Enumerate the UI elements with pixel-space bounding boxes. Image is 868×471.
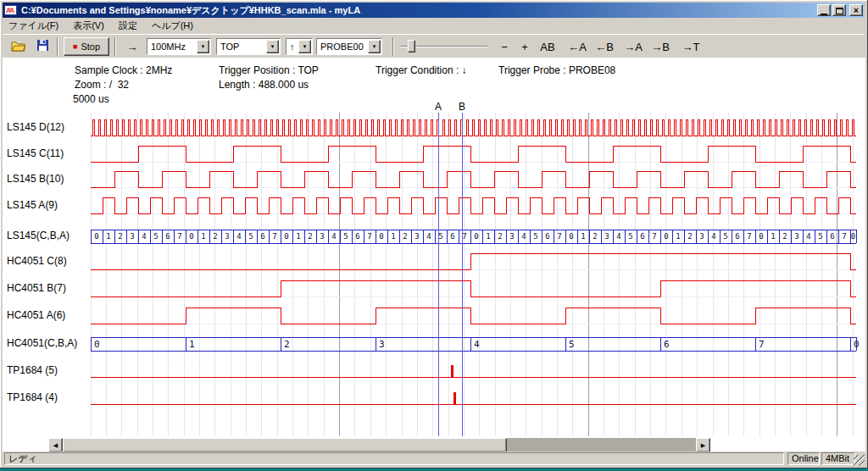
stop-label: Stop [81, 42, 100, 52]
probe-combo-value: PROBE00 [320, 39, 367, 54]
channel-label: TP1684 (5) [7, 364, 58, 376]
zoom-slider[interactable] [399, 37, 489, 56]
goto-cursor-a-button[interactable]: ←A [565, 37, 589, 56]
chevron-down-icon[interactable]: ▼ [298, 40, 311, 53]
menu-view[interactable]: 表示(V) [67, 18, 110, 34]
channel-label: LS145 C(11) [7, 147, 64, 159]
edge-combo[interactable]: ↑ ▼ [286, 38, 313, 55]
trigger-position-text: Trigger Position : TOP [219, 64, 319, 76]
scrollbar-track[interactable] [507, 438, 696, 452]
scrollbar-thumb[interactable] [63, 438, 507, 452]
menu-file[interactable]: ファイル(F) [3, 18, 64, 34]
toolbar-separator [114, 37, 116, 56]
status-message: レディ [4, 452, 784, 465]
channel-label: HC4051 B(7) [7, 282, 66, 294]
edge-combo-value: ↑ [290, 39, 298, 54]
move-cursor-b-button[interactable]: →B [648, 37, 672, 56]
status-memory: 4MBit [821, 452, 855, 465]
channel-label: TP1684 (4) [7, 391, 58, 403]
sample-clock-text: Sample Clock : 2MHz [75, 64, 172, 76]
window-title: C:¥Documents and Settings¥noname¥デスクトップ¥… [21, 4, 817, 17]
status-bar: レディ Online 4MBit [3, 452, 865, 466]
zoom-in-button[interactable]: + [516, 37, 533, 56]
app-icon [4, 4, 18, 16]
trigger-probe-text: Trigger Probe : PROBE08 [498, 64, 615, 76]
resize-grip[interactable] [854, 455, 865, 466]
channel-label: LS145 D(12) [7, 121, 64, 133]
zoom-out-button[interactable]: − [496, 37, 513, 56]
length-text: Length : 488.000 us [219, 79, 309, 91]
horizontal-scrollbar[interactable]: ◀ ▶ [48, 438, 710, 452]
channel-label: HC4051 C(8) [7, 255, 67, 267]
maximize-button[interactable] [832, 4, 846, 16]
zoom-text: Zoom : / 32 [75, 79, 129, 91]
stop-button[interactable]: ■ Stop [64, 37, 109, 56]
goto-trigger-button[interactable]: →T [679, 37, 703, 56]
menu-help[interactable]: ヘルプ(H) [146, 18, 199, 34]
maximize-icon [836, 8, 843, 14]
clock-combo[interactable]: 100MHz ▼ [147, 38, 211, 55]
save-floppy-icon [36, 39, 49, 52]
client-area [3, 58, 865, 452]
channel-label: LS145 A(9) [7, 199, 58, 211]
open-folder-icon [11, 40, 26, 52]
menu-bar: ファイル(F) 表示(V) 設定 ヘルプ(H) [3, 18, 865, 34]
time-scale-label: 5000 us [73, 93, 109, 105]
move-cursor-a-button[interactable]: →A [621, 37, 645, 56]
stop-icon: ■ [73, 43, 77, 51]
channel-label: HC4051(C,B,A) [7, 337, 77, 349]
app-window: C:¥Documents and Settings¥noname¥デスクトップ¥… [0, 0, 868, 468]
trigger-pos-combo-value: TOP [220, 39, 265, 54]
channel-label: LS145(C,B,A) [7, 230, 70, 241]
toolbar-separator [392, 37, 394, 56]
trigger-pos-combo[interactable]: TOP ▼ [216, 38, 281, 55]
minimize-button[interactable] [817, 4, 831, 16]
status-online: Online [787, 452, 820, 465]
probe-combo[interactable]: PROBE00 ▼ [316, 38, 382, 55]
channel-label: LS145 B(10) [7, 173, 64, 185]
open-button[interactable] [9, 37, 28, 56]
chevron-down-icon[interactable]: ▼ [266, 40, 279, 53]
scroll-right-button[interactable]: ▶ [696, 438, 710, 452]
chevron-down-icon[interactable]: ▼ [368, 40, 381, 53]
goto-cursor-b-button[interactable]: ←B [593, 37, 616, 56]
clock-combo-value: 100MHz [151, 39, 196, 54]
ab-button[interactable]: AB [537, 37, 559, 56]
window-controls: × [817, 4, 863, 16]
toolbar-separator [57, 37, 58, 56]
save-button[interactable] [33, 37, 52, 56]
cursor-b-label[interactable]: B [457, 101, 467, 113]
cursor-a-label[interactable]: A [433, 101, 443, 113]
chevron-down-icon[interactable]: ▼ [197, 40, 209, 53]
close-button[interactable]: × [849, 4, 863, 16]
channel-label: HC4051 A(6) [7, 309, 65, 321]
trigger-condition-text: Trigger Condition : ↓ [376, 64, 467, 76]
scroll-left-button[interactable]: ◀ [48, 438, 63, 452]
title-bar[interactable]: C:¥Documents and Settings¥noname¥デスクトップ¥… [3, 3, 865, 18]
minimize-icon [821, 14, 827, 15]
toolbar: ■ Stop → 100MHz ▼ TOP ▼ ↑ ▼ PROBE00 ▼ − … [3, 34, 865, 58]
menu-settings[interactable]: 設定 [113, 18, 143, 34]
run-button[interactable]: → [121, 37, 143, 56]
zoom-slider-thumb[interactable] [408, 40, 415, 53]
